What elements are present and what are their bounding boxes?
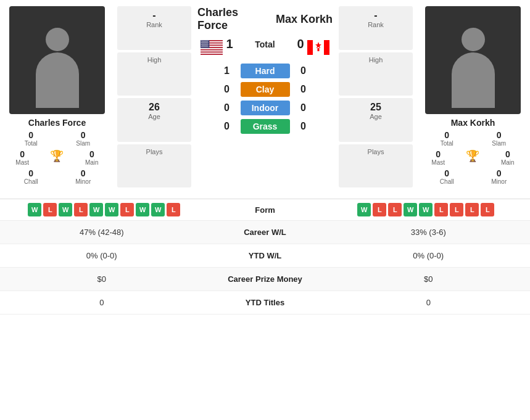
form-badge-left: L xyxy=(43,203,57,216)
indoor-score-left: 0 xyxy=(221,102,233,113)
flag-row: 1 Total 0 xyxy=(197,37,333,57)
surface-rows: 1 Hard 0 0 Clay 0 0 Indoor 0 0 Grass xyxy=(197,64,333,134)
left-info-panel: - Rank High 26 Age Plays xyxy=(114,6,194,187)
stats-row: $0 Career Prize Money $0 xyxy=(0,268,530,291)
svg-point-39 xyxy=(205,45,206,46)
left-total-stat: 0 Total xyxy=(19,130,43,147)
form-badge-left: W xyxy=(151,203,165,216)
svg-rect-48 xyxy=(307,40,313,55)
hard-score-right: 0 xyxy=(297,65,310,76)
stat-right-value: 0 xyxy=(327,293,531,312)
svg-point-41 xyxy=(201,46,202,47)
player-headers: Charles Force Max Korkh xyxy=(197,6,333,32)
left-flag-container xyxy=(197,40,226,55)
center-right-name: Max Korkh xyxy=(265,13,333,26)
total-score-right: 0 xyxy=(297,37,304,51)
form-badge-right: L xyxy=(481,203,494,216)
svg-point-19 xyxy=(201,42,202,43)
stat-left-value: 0 xyxy=(0,293,204,312)
stat-right-value: 33% (3-6) xyxy=(327,223,531,242)
svg-point-15 xyxy=(203,41,204,42)
left-trophy-icon-container: 🏆 xyxy=(44,149,69,166)
svg-point-11 xyxy=(205,40,205,41)
stats-row: 0 YTD Titles 0 xyxy=(0,291,530,315)
svg-point-27 xyxy=(204,43,205,44)
left-player-card: Charles Force 0 Total 0 Slam 0 Mast xyxy=(0,6,114,187)
right-total-stat: 0 Total xyxy=(434,130,459,147)
stat-right-value: $0 xyxy=(327,270,531,289)
svg-point-37 xyxy=(203,45,204,46)
form-badge-left: W xyxy=(89,203,103,216)
svg-point-20 xyxy=(202,42,203,43)
left-minor-stat: 0 Minor xyxy=(71,168,96,185)
surface-row-hard: 1 Hard 0 xyxy=(197,64,333,78)
left-avatar-body xyxy=(36,52,79,108)
svg-point-23 xyxy=(206,42,207,43)
indoor-score-right: 0 xyxy=(297,102,310,113)
us-flag-icon xyxy=(201,40,223,55)
left-age-box: 26 Age xyxy=(117,98,191,142)
top-section: Charles Force 0 Total 0 Slam 0 Mast xyxy=(0,0,530,194)
stat-center-label: Career Prize Money xyxy=(204,270,327,289)
svg-point-9 xyxy=(202,40,203,41)
stat-center-label: Career W/L xyxy=(204,223,327,242)
svg-point-32 xyxy=(204,44,204,45)
svg-point-34 xyxy=(206,44,207,45)
stat-center-label: YTD W/L xyxy=(204,246,327,265)
svg-point-25 xyxy=(202,43,202,44)
form-badge-right: L xyxy=(450,203,463,216)
grass-badge: Grass xyxy=(241,119,290,134)
svg-rect-51 xyxy=(317,48,319,51)
total-score-left: 1 xyxy=(226,37,233,51)
stats-table: 47% (42-48) Career W/L 33% (3-6) 0% (0-0… xyxy=(0,221,530,315)
surface-row-indoor: 0 Indoor 0 xyxy=(197,101,333,115)
svg-point-17 xyxy=(205,41,206,42)
ca-flag-icon xyxy=(307,40,329,55)
svg-point-44 xyxy=(205,46,205,47)
center-area: Charles Force Max Korkh xyxy=(194,6,336,187)
svg-point-22 xyxy=(205,42,205,43)
form-badge-right: L xyxy=(388,203,402,216)
grass-score-left: 0 xyxy=(221,121,233,132)
svg-point-43 xyxy=(204,46,204,47)
right-plays-box: Plays xyxy=(339,144,413,188)
right-info-panel: - Rank High 25 Age Plays xyxy=(336,6,416,187)
left-form-badges: WLWLWWLWWL xyxy=(5,203,204,216)
form-row: WLWLWWLWWL Form WLLWWLLLL xyxy=(0,199,530,221)
form-badge-left: W xyxy=(136,203,149,216)
center-left-name: Charles Force xyxy=(197,6,265,32)
form-badge-left: L xyxy=(120,203,134,216)
form-badge-left: W xyxy=(28,203,41,216)
right-chall-stat: 0 Chall xyxy=(434,168,459,185)
svg-point-24 xyxy=(208,42,209,43)
left-slam-stat: 0 Slam xyxy=(71,130,96,147)
svg-point-40 xyxy=(207,45,208,46)
svg-point-28 xyxy=(205,43,206,44)
stat-left-value: $0 xyxy=(0,270,204,289)
right-player-stats: 0 Total 0 Slam 0 Mast 🏆 xyxy=(416,130,530,187)
svg-point-42 xyxy=(202,46,203,47)
svg-rect-6 xyxy=(201,52,223,54)
svg-point-10 xyxy=(204,40,204,41)
surface-row-clay: 0 Clay 0 xyxy=(197,82,333,97)
clay-score-right: 0 xyxy=(297,84,310,95)
svg-point-36 xyxy=(202,45,202,46)
left-chall-stat: 0 Chall xyxy=(19,168,43,185)
left-mast-stat: 0 Mast xyxy=(10,149,35,166)
right-player-card: Max Korkh 0 Total 0 Slam 0 Mast xyxy=(416,6,530,187)
left-avatar xyxy=(9,6,105,114)
right-high-box: High xyxy=(339,52,413,96)
right-main-stat: 0 Main xyxy=(495,149,520,166)
left-rank-box: - Rank xyxy=(117,6,191,50)
left-player-stats: 0 Total 0 Slam 0 Mast 🏆 xyxy=(0,130,114,187)
total-label: Total xyxy=(241,39,290,49)
form-badge-left: W xyxy=(59,203,72,216)
left-avatar-head xyxy=(46,28,69,51)
right-avatar-body xyxy=(452,52,495,108)
right-flag-container xyxy=(304,40,333,55)
svg-point-21 xyxy=(204,42,204,43)
form-badge-left: L xyxy=(167,203,180,216)
hard-score-left: 1 xyxy=(221,65,233,76)
svg-point-46 xyxy=(208,46,209,47)
form-badge-right: L xyxy=(373,203,386,216)
